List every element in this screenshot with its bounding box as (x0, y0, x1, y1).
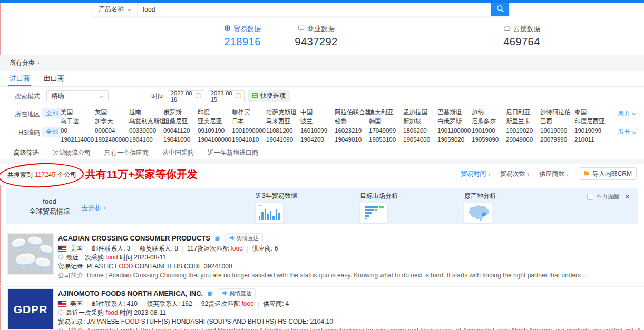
hs-code-option[interactable]: 19041090 (266, 135, 300, 144)
import-crm-button[interactable]: 导入内部CRM (579, 167, 637, 180)
quick-filter-link[interactable]: 过滤物流公司 (53, 148, 91, 157)
hs-code-option[interactable]: 09041120 (163, 126, 198, 135)
region-option[interactable]: 日本 (232, 117, 266, 126)
stat-business-data[interactable]: 商业数据 9437292 (279, 24, 353, 48)
region-option[interactable]: 尼日利亚 (506, 108, 540, 117)
search-button[interactable] (491, 3, 509, 16)
quick-filter-link[interactable]: 只有一个供应商 (104, 148, 149, 157)
hs-code-option[interactable]: 1904200 (300, 135, 335, 144)
region-option[interactable]: 秘鲁 (335, 117, 369, 126)
hs-code-option[interactable]: 19041000 (163, 135, 198, 144)
hs-code-option[interactable]: 17049099 (369, 126, 403, 135)
hs-code-option[interactable]: 1901100000 (437, 126, 472, 135)
hs-code-option[interactable]: 19019020 (506, 126, 540, 135)
hs-code-option[interactable]: 00330000 (129, 126, 163, 135)
region-option[interactable]: 印度 (198, 108, 232, 117)
hs-code-option[interactable]: 20049000 (506, 135, 540, 144)
region-option[interactable]: 乌干达 (61, 117, 95, 126)
search-mode-select[interactable]: 精确 (46, 90, 109, 102)
region-option[interactable]: 马来西亚 (266, 117, 300, 126)
hs-code-option[interactable]: 1904100000 (198, 135, 232, 144)
region-option[interactable]: 越南 (129, 108, 163, 117)
hs-code-option[interactable]: 19053100 (369, 135, 403, 144)
china-map-thumbnail[interactable] (464, 203, 492, 223)
stat-cloud-search-data[interactable]: 云搜数据 469764 (485, 24, 559, 48)
hs-code-option[interactable]: 11081200 (266, 126, 300, 135)
hs-code-option[interactable]: 1001990000 (232, 126, 266, 135)
bar-chart-thumbnail[interactable] (256, 203, 283, 223)
region-option[interactable]: 乌兹别克斯坦 (129, 117, 163, 126)
region-option[interactable]: 加拿大 (95, 117, 129, 126)
dismiss-checkbox[interactable] (587, 194, 593, 200)
region-option[interactable]: 阿拉伯联合酋... (335, 108, 369, 117)
sentiment-tag[interactable]: 舆情直达 (218, 288, 256, 298)
company-photo[interactable] (7, 233, 54, 275)
analyze-link[interactable]: 去分析 › (81, 203, 106, 213)
region-option[interactable]: 巴西 (540, 117, 574, 126)
region-option[interactable]: 巴基斯坦 (437, 108, 472, 117)
hs-code-option[interactable]: 1904100 (129, 135, 163, 144)
hs-code-option[interactable]: 000004 (95, 126, 129, 135)
hs-code-option[interactable]: 1902400000 (95, 135, 129, 144)
hs-code-option[interactable]: 19041010 (232, 135, 266, 144)
search-category-dropdown[interactable]: 产品名称 (93, 3, 138, 16)
region-option[interactable]: 白俄罗斯 (437, 117, 472, 126)
quick-filter-link[interactable]: 近一年新增进口商 (208, 148, 258, 157)
region-expand-link[interactable]: 展开 (618, 109, 637, 118)
region-option[interactable]: 斯里兰卡 (506, 117, 540, 126)
hs-code-option[interactable]: 19054000 (403, 135, 437, 144)
hs-code-option[interactable]: 19059090 (472, 135, 506, 144)
sort-supplier-count[interactable]: 供应商数↓ (539, 169, 569, 178)
region-option[interactable]: 英国 (95, 108, 129, 117)
hs-code-option[interactable]: 19059020 (437, 135, 472, 144)
hs-code-option[interactable]: 16023219 (335, 126, 369, 135)
stat-trade-data[interactable]: 贸易数据 218916 (206, 24, 279, 48)
company-name[interactable]: AJINOMOTO FOODS NORTH AMERICA, INC. (58, 289, 203, 297)
hs-code-option[interactable]: 1902114000 (61, 135, 95, 144)
sort-trade-time[interactable]: 贸易时间↓ (461, 169, 491, 178)
region-option[interactable]: 泰国 (574, 108, 609, 117)
hs-all-chip[interactable]: 全部 (42, 127, 62, 137)
close-icon[interactable]: ✕ (625, 193, 630, 201)
region-option[interactable]: 韩国 (369, 117, 403, 126)
region-option[interactable]: 沙特阿拉伯 (540, 108, 574, 117)
sentiment-tag[interactable]: 舆情直达 (225, 233, 263, 243)
copy-icon[interactable] (207, 291, 213, 297)
search-input[interactable] (138, 3, 491, 16)
region-option[interactable]: 中国 (300, 108, 335, 117)
hs-code-option[interactable]: 20079990 (540, 135, 574, 144)
region-all-chip[interactable]: 全部 (42, 108, 62, 118)
quick-options-button[interactable]: 快捷选项 (248, 90, 290, 102)
hs-expand-link[interactable]: 展开 (618, 127, 637, 136)
region-option[interactable]: 孟加拉国 (403, 108, 437, 117)
quick-filter-link[interactable]: 从中国采购 (162, 148, 194, 157)
region-option[interactable]: 哈萨克斯坦 (266, 108, 300, 117)
hs-code-option[interactable]: 19049010 (335, 135, 369, 144)
region-option[interactable]: 坦桑尼亚 (163, 117, 198, 126)
breadcrumb[interactable]: 所有分类 › (0, 55, 644, 71)
hs-code-option[interactable]: 210011 (574, 135, 609, 144)
region-option[interactable]: 美国 (61, 108, 95, 117)
copy-icon[interactable] (214, 235, 221, 242)
region-option[interactable]: 加纳 (472, 108, 506, 117)
hs-code-option[interactable]: 19019099 (574, 126, 609, 135)
hs-code-option[interactable]: 1806200 (403, 126, 437, 135)
region-option[interactable]: 波兰 (300, 117, 335, 126)
region-option[interactable]: 印度尼西亚 (574, 117, 609, 126)
hs-code-option[interactable]: 1901900 (472, 126, 506, 135)
hs-code-option[interactable]: 16010099 (300, 126, 335, 135)
tab-exporters[interactable]: 出口商 (44, 71, 64, 86)
date-from-input[interactable]: 2022-08-16 (168, 90, 204, 102)
region-option[interactable]: 厄瓜多尔 (472, 117, 506, 126)
hs-code-option[interactable]: 09109190 (198, 126, 232, 135)
region-option[interactable]: 澳大利亚 (369, 108, 403, 117)
market-bar-thumbnail[interactable] (360, 203, 387, 223)
sort-trade-count[interactable]: 贸易次数↓ (500, 169, 530, 178)
region-option[interactable]: 新加坡 (403, 117, 437, 126)
region-option[interactable]: 俄罗斯 (163, 108, 198, 117)
company-logo[interactable]: GDPR (7, 288, 54, 330)
company-name[interactable]: ACADIAN CROSSING CONSUMER PRODUCTS (58, 234, 210, 242)
tab-importers[interactable]: 进口商 (9, 71, 30, 86)
advanced-filter-label[interactable]: 高级筛选 (14, 148, 39, 157)
date-to-input[interactable]: 2023-08-15 (208, 90, 245, 102)
